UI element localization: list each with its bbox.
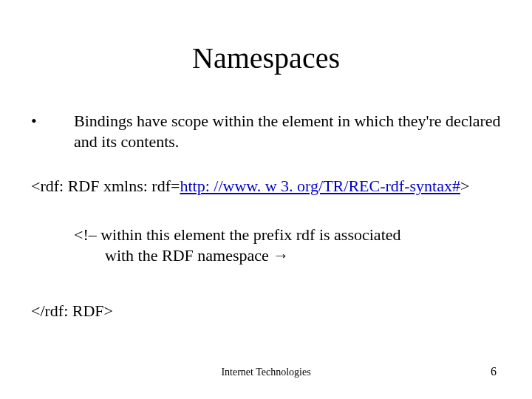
code-open-tag: <rdf: RDF xmlns: rdf=http: //www. w 3. o… <box>31 177 502 196</box>
bullet-item: • Bindings have scope within the element… <box>31 111 502 151</box>
bullet-text: Bindings have scope within the element i… <box>74 111 502 151</box>
slide-title: Namespaces <box>0 41 532 75</box>
slide: Namespaces • Bindings have scope within … <box>0 0 532 399</box>
footer-label: Internet Technologies <box>0 366 532 378</box>
namespace-url-link[interactable]: http: //www. w 3. org/TR/REC-rdf-syntax# <box>180 177 460 195</box>
code-comment-line-1: <!– within this element the prefix rdf i… <box>74 225 488 245</box>
code-open-prefix: <rdf: RDF xmlns: rdf= <box>31 177 180 195</box>
page-number: 6 <box>491 365 497 378</box>
code-comment: <!– within this element the prefix rdf i… <box>74 225 488 265</box>
code-open-suffix: > <box>460 177 469 195</box>
code-comment-line-2: with the RDF namespace → <box>74 245 488 266</box>
code-close-tag: </rdf: RDF> <box>31 301 113 321</box>
bullet-mark: • <box>31 111 74 151</box>
